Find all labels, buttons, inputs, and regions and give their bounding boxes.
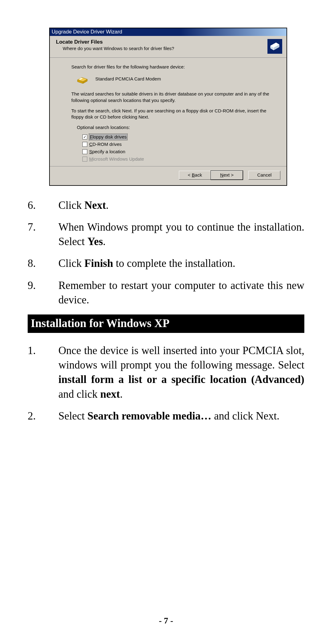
list-item-text: When Windows prompt you to continue the …: [58, 220, 304, 249]
instruction-list-b: 1.Once the device is well inserted into …: [28, 343, 304, 423]
list-item-number: 6.: [28, 198, 58, 213]
checkbox[interactable]: [82, 142, 87, 147]
checkbox[interactable]: [82, 149, 87, 154]
device-row: Standard PCMCIA Card Modem: [77, 74, 277, 84]
option-label: CD-ROM drives: [89, 141, 122, 147]
device-name: Standard PCMCIA Card Modem: [95, 76, 161, 82]
list-item-number: 2.: [28, 409, 58, 423]
document-page: Upgrade Device Driver Wizard Locate Driv…: [0, 0, 332, 644]
option-specify-a-location[interactable]: Specify a location: [82, 148, 277, 155]
list-item-text: Click Next.: [58, 198, 304, 213]
list-item-text: Select Search removable media… and click…: [58, 409, 304, 423]
cancel-button[interactable]: Cancel: [248, 171, 280, 180]
wizard-header-icon: [267, 39, 282, 54]
list-item-number: 7.: [28, 220, 58, 249]
wizard-button-row: < Back Next > Cancel: [50, 166, 287, 185]
instruction-list-a: 6.Click Next.7.When Windows prompt you t…: [28, 198, 304, 307]
list-item-number: 1.: [28, 343, 58, 401]
body-para1: The wizard searches for suitable drivers…: [71, 91, 277, 103]
wizard-screenshot: Upgrade Device Driver Wizard Locate Driv…: [49, 28, 304, 186]
list-item-number: 9.: [28, 278, 58, 307]
list-item: 7.When Windows prompt you to continue th…: [28, 220, 304, 249]
option-floppy-disk-drives[interactable]: ✓Floppy disk drives: [82, 133, 277, 141]
page-number: - 7 -: [0, 616, 332, 626]
back-button[interactable]: < Back: [179, 171, 211, 180]
option-label: Specify a location: [89, 149, 125, 155]
option-microsoft-windows-update: Microsoft Windows Update: [82, 155, 277, 163]
optional-locations-list: ✓Floppy disk drivesCD-ROM drivesSpecify …: [82, 133, 277, 163]
next-button[interactable]: Next >: [211, 171, 243, 180]
option-label: Microsoft Windows Update: [89, 156, 144, 162]
option-label: Floppy disk drives: [89, 134, 127, 140]
list-item: 6.Click Next.: [28, 198, 304, 213]
checkbox: [82, 157, 87, 162]
list-item-text: Remember to restart your computer to act…: [58, 278, 304, 307]
option-cd-rom-drives[interactable]: CD-ROM drives: [82, 141, 277, 148]
list-item: 1.Once the device is well inserted into …: [28, 343, 304, 401]
list-item-number: 8.: [28, 256, 58, 271]
list-item-text: Once the device is well inserted into yo…: [58, 343, 304, 401]
list-item-text: Click Finish to complete the installatio…: [58, 256, 304, 271]
wizard-window: Upgrade Device Driver Wizard Locate Driv…: [49, 28, 287, 186]
body-search-for: Search for driver files for the followin…: [71, 64, 277, 70]
wizard-header: Locate Driver Files Where do you want Wi…: [50, 36, 287, 58]
modem-icon: [77, 74, 88, 84]
section-heading: Installation for Windows XP: [28, 314, 304, 333]
device-icon: [269, 41, 280, 52]
wizard-header-subtitle: Where do you want Windows to search for …: [63, 46, 267, 51]
wizard-titlebar: Upgrade Device Driver Wizard: [50, 28, 287, 36]
wizard-header-title: Locate Driver Files: [56, 39, 267, 45]
list-item: 9.Remember to restart your computer to a…: [28, 278, 304, 307]
wizard-body: Search for driver files for the followin…: [50, 58, 287, 166]
checkbox[interactable]: ✓: [82, 135, 87, 139]
list-item: 2.Select Search removable media… and cli…: [28, 409, 304, 423]
body-para2: To start the search, click Next. If you …: [71, 108, 277, 120]
optional-locations-label: Optional search locations:: [77, 124, 277, 131]
list-item: 8.Click Finish to complete the installat…: [28, 256, 304, 271]
document-body: 6.Click Next.7.When Windows prompt you t…: [28, 198, 304, 423]
